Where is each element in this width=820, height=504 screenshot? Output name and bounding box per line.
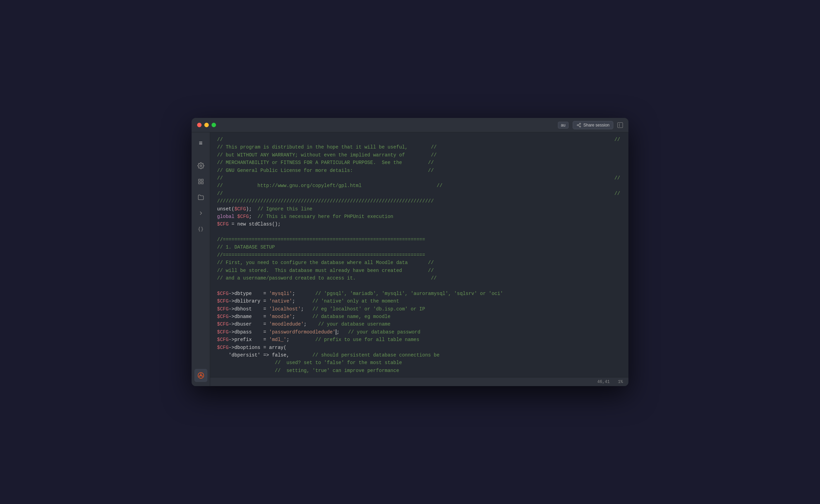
svg-point-0 (580, 123, 581, 124)
arrow-icon (198, 210, 204, 216)
editor-window: au Share session ≡ (192, 118, 628, 386)
sidebar-item-ubuntu[interactable] (194, 369, 207, 382)
grid-icon (198, 178, 204, 185)
ubuntu-icon (197, 372, 204, 379)
code-line: // but WITHOUT ANY WARRANTY; without eve… (210, 151, 628, 159)
code-line: $CFG->dbname = 'moodle'; // database nam… (210, 313, 628, 320)
code-line: $CFG->dbpass = 'passwordformoodledude'; … (210, 328, 628, 336)
code-line: $CFG->dblibrary = 'native'; // 'native' … (210, 297, 628, 305)
code-line: // First, you need to configure the data… (210, 259, 628, 266)
code-line: $CFG->prefix = 'mdl_'; // prefix to use … (210, 336, 628, 343)
sidebar-item-menu[interactable]: ≡ (194, 136, 207, 150)
share-label: Share session (583, 123, 609, 128)
sidebar-item-arrow[interactable] (194, 207, 207, 220)
code-line: 'dbpersist' => false, // should persiste… (210, 351, 628, 359)
close-button[interactable] (197, 123, 202, 127)
sidebar-item-grid[interactable] (194, 175, 207, 188)
traffic-lights (197, 123, 216, 127)
svg-point-2 (580, 126, 581, 127)
code-line: ////////////////////////////////////////… (210, 197, 628, 205)
svg-point-5 (200, 165, 202, 167)
svg-rect-7 (201, 179, 203, 181)
svg-rect-6 (198, 179, 200, 181)
sidebar-item-folder[interactable] (194, 191, 207, 204)
code-line: global $CFG; // This is necessary here f… (210, 213, 628, 220)
status-bar: 46,41 1% (210, 377, 628, 386)
code-line: //======================================… (210, 251, 628, 259)
sidebar-item-braces[interactable]: {} (194, 222, 207, 235)
svg-rect-8 (201, 182, 203, 184)
cursor-position: 46,41 (597, 380, 610, 384)
code-line: // used? set to 'false' for the most sta… (210, 359, 628, 366)
editor-area: // // // This program is distributed in … (210, 132, 628, 386)
code-line: $CFG = new stdClass(); (210, 220, 628, 228)
svg-rect-9 (198, 182, 200, 184)
code-line: // // (210, 190, 628, 197)
layout-toggle-button[interactable] (617, 122, 623, 128)
code-line: // 1. DATABASE SETUP (210, 243, 628, 251)
code-line: // This program is distributed in the ho… (210, 143, 628, 151)
code-line: // // (210, 136, 628, 143)
titlebar: au Share session (192, 118, 628, 132)
content-area: ≡ (192, 132, 628, 386)
code-line: // setting, 'true' can improve performan… (210, 367, 628, 374)
settings-icon (197, 162, 204, 169)
code-line (210, 228, 628, 236)
code-line: // MERCHANTABILITY or FITNESS FOR A PART… (210, 159, 628, 166)
svg-point-10 (198, 373, 204, 379)
code-line: $CFG->dbtype = 'mysqli'; // 'pgsql', 'ma… (210, 290, 628, 297)
code-line: //======================================… (210, 236, 628, 243)
code-line: // GNU General Public License for more d… (210, 167, 628, 174)
code-line: unset($CFG); // Ignore this line (210, 205, 628, 213)
code-line: // will be stored. This database must al… (210, 267, 628, 274)
code-editor[interactable]: // // // This program is distributed in … (210, 132, 628, 377)
code-line: $CFG->dbhost = 'localhost'; // eg 'local… (210, 305, 628, 313)
au-badge: au (558, 122, 569, 129)
svg-point-11 (200, 373, 201, 374)
share-icon (576, 123, 581, 128)
code-line: // http://www.gnu.org/copyleft/gpl.html … (210, 182, 628, 189)
sidebar-item-settings[interactable] (194, 159, 207, 172)
minimize-button[interactable] (204, 123, 209, 127)
folder-icon (197, 194, 204, 200)
sidebar: ≡ (192, 132, 210, 386)
code-line: $CFG->dboptions = array( (210, 344, 628, 351)
svg-line-4 (578, 124, 580, 124)
titlebar-right: au Share session (558, 121, 623, 129)
svg-point-1 (577, 124, 579, 126)
scroll-percent: 1% (618, 380, 623, 384)
svg-line-3 (578, 125, 580, 126)
code-line: // and a username/password created to ac… (210, 274, 628, 282)
fullscreen-button[interactable] (212, 123, 216, 127)
code-line (210, 282, 628, 289)
code-line: // // (210, 174, 628, 182)
code-line: $CFG->dbuser = 'moodledude'; // your dat… (210, 320, 628, 328)
share-session-button[interactable]: Share session (573, 121, 613, 129)
